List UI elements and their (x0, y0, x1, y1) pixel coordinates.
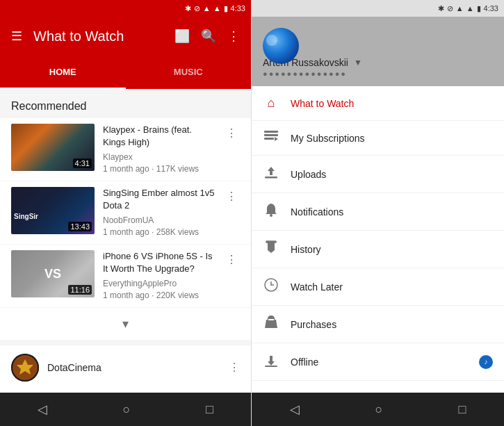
video-item[interactable]: VS 11:16 iPhone 6 VS iPhone 5S - Is It W… (0, 245, 251, 307)
left-status-bar: ✱ ⊘ ▲ ▲ ▮ 4:33 (0, 0, 251, 17)
right-home-button[interactable]: ○ (361, 397, 397, 423)
right-panel: ✱ ⊘ ▲ ▲ ▮ 4:33 Artem Russakovskii ▼ ●●●●… (252, 0, 504, 426)
app-title: What to Watch (33, 28, 163, 44)
menu-label: What to Watch (291, 98, 493, 109)
status-icons: ✱ ⊘ ▲ ▲ ▮ 4:33 (185, 4, 245, 13)
channel-avatar (11, 354, 39, 382)
thumb-vs-label: VS (44, 266, 61, 281)
upload-icon (263, 165, 279, 183)
notifications-icon (263, 203, 279, 220)
video-thumbnail: VS 11:16 (11, 250, 95, 297)
svg-rect-17 (265, 366, 277, 367)
bottom-navigation: ◁ ○ □ (0, 393, 251, 426)
signal2-icon: ▲ (456, 4, 464, 13)
wifi2-icon: ▲ (466, 4, 474, 13)
menu-label: Purchases (291, 319, 493, 330)
channel-more-icon[interactable]: ⋮ (229, 361, 240, 374)
video-thumbnail: SingSir 13:43 (11, 187, 95, 234)
purchases-icon (263, 316, 279, 333)
left-panel: ✱ ⊘ ▲ ▲ ▮ 4:33 ☰ What to Watch ⬜ 🔍 ⋮ HOM… (0, 0, 252, 426)
time-display: 4:33 (231, 4, 245, 13)
menu-item-subscriptions[interactable]: My Subscriptions (252, 121, 504, 156)
menu-item-notifications[interactable]: Notifications (252, 193, 504, 231)
battery-icon: ▮ (224, 4, 228, 13)
app-bar: ☰ What to Watch ⬜ 🔍 ⋮ (0, 17, 251, 56)
menu-list: ⌂ What to Watch My Subscriptions (252, 86, 504, 393)
profile-header: Artem Russakovskii ▼ ●●●●●●●●●●●●●● (252, 17, 504, 86)
svg-marker-6 (275, 137, 278, 141)
svg-marker-16 (268, 356, 275, 366)
menu-label: History (291, 244, 493, 255)
tabs-bar: HOME MUSIC (0, 56, 251, 89)
offline-badge: ♪ (479, 355, 493, 369)
video-title: SingSing Ember almost 1v5 Dota 2 (103, 187, 215, 212)
cast-icon[interactable]: ⬜ (174, 28, 190, 44)
subscriptions-icon (263, 131, 279, 145)
profile-email: ●●●●●●●●●●●●●● (263, 69, 493, 78)
recommended-header: Recommended (0, 89, 251, 118)
channel-name: DotaCinema (47, 362, 220, 373)
video-meta: 1 month ago · 117K views (103, 163, 215, 175)
nosim-icon: ⊘ (194, 4, 200, 13)
menu-item-history[interactable]: History (252, 231, 504, 268)
home-icon: ⌂ (263, 96, 279, 110)
right-status-bar: ✱ ⊘ ▲ ▲ ▮ 4:33 (252, 0, 504, 17)
svg-rect-8 (265, 177, 277, 179)
channel-header: DotaCinema ⋮ (0, 345, 251, 390)
signal-icon: ▲ (203, 4, 211, 13)
menu-label: Notifications (291, 206, 493, 218)
wifi-icon: ▲ (213, 4, 221, 13)
svg-rect-11 (266, 241, 276, 243)
dropdown-icon[interactable]: ▼ (354, 58, 362, 67)
menu-icon[interactable]: ☰ (11, 28, 22, 44)
more-options-icon[interactable]: ⋮ (227, 28, 240, 44)
video-info: SingSing Ember almost 1v5 Dota 2 NoobFro… (103, 187, 215, 238)
menu-label: Offline (291, 357, 468, 368)
video-more-icon[interactable]: ⋮ (223, 187, 240, 206)
battery2-icon: ▮ (477, 4, 481, 13)
video-title: iPhone 6 VS iPhone 5S - Is It Worth The … (103, 250, 215, 275)
bt-icon: ✱ (438, 4, 444, 13)
video-channel: EverythingApplePro (103, 278, 215, 290)
video-more-icon[interactable]: ⋮ (223, 250, 240, 269)
video-meta: 1 month ago · 220K views (103, 290, 215, 302)
right-recents-button[interactable]: □ (445, 397, 480, 423)
offline-icon (263, 353, 279, 370)
svg-rect-3 (264, 131, 278, 133)
menu-item-watchlater[interactable]: Watch Later (252, 268, 504, 306)
video-item[interactable]: 4:31 Klaypex - Brains (feat. Kings High)… (0, 118, 251, 181)
menu-label: Watch Later (291, 281, 493, 293)
content-area: Recommended 4:31 Klaypex - Brains (feat.… (0, 89, 251, 393)
video-title: Klaypex - Brains (feat. Kings High) (103, 124, 215, 149)
bluetooth-icon: ✱ (185, 4, 191, 13)
recents-button[interactable]: □ (192, 397, 227, 423)
time2-display: 4:33 (484, 4, 498, 13)
svg-rect-5 (264, 138, 274, 140)
nosim2-icon: ⊘ (447, 4, 453, 13)
home-button[interactable]: ○ (109, 397, 145, 423)
video-meta: 1 month ago · 258K views (103, 227, 215, 238)
menu-item-uploads[interactable]: Uploads (252, 156, 504, 193)
show-more-button[interactable]: ▾ (0, 308, 251, 340)
menu-item-offline[interactable]: Offline ♪ (252, 343, 504, 381)
history-icon (263, 240, 279, 258)
tab-music[interactable]: MUSIC (126, 56, 252, 89)
video-duration: 13:43 (68, 222, 92, 231)
svg-marker-7 (268, 167, 275, 175)
video-channel: Klaypex (103, 151, 215, 163)
menu-item-watch[interactable]: ⌂ What to Watch (252, 86, 504, 121)
video-duration: 4:31 (73, 158, 92, 168)
profile-avatar (263, 28, 299, 64)
video-more-icon[interactable]: ⋮ (223, 124, 240, 142)
menu-item-purchases[interactable]: Purchases (252, 306, 504, 343)
right-bottom-navigation: ◁ ○ □ (252, 393, 504, 426)
svg-marker-10 (268, 242, 275, 253)
video-item[interactable]: SingSir 13:43 SingSing Ember almost 1v5 … (0, 181, 251, 244)
video-info: iPhone 6 VS iPhone 5S - Is It Worth The … (103, 250, 215, 302)
video-channel: NoobFromUA (103, 215, 215, 227)
right-back-button[interactable]: ◁ (276, 396, 314, 423)
tab-home[interactable]: HOME (0, 56, 126, 89)
back-button[interactable]: ◁ (24, 396, 61, 423)
search-icon[interactable]: 🔍 (201, 28, 216, 44)
thumb-label: SingSir (14, 213, 38, 220)
